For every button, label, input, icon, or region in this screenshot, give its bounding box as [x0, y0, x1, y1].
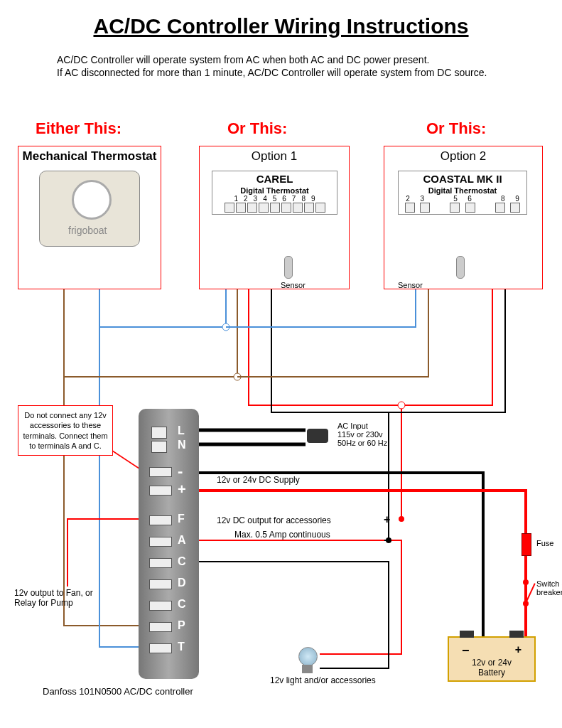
- ac-input-label: AC Input 115v or 230v 50Hz or 60 Hz: [337, 422, 387, 447]
- carel-sub: Digital Thermostat: [212, 186, 337, 195]
- option1-title: Option 1: [200, 146, 349, 166]
- coastal-sensor: [456, 256, 465, 279]
- minus-sign: −: [384, 533, 391, 548]
- danfoss-controller: L N - + F A C D C P T: [139, 409, 199, 679]
- ac-plug-icon: [307, 429, 328, 443]
- thermostat-dial: [72, 180, 112, 220]
- fuse-icon: [522, 533, 531, 556]
- dc-out-label2: Max. 0.5 Amp continuous: [234, 530, 330, 540]
- thermostat-device: frigoboat: [39, 171, 140, 247]
- heading-or2: Or This:: [426, 119, 486, 138]
- heading-or1: Or This:: [227, 119, 287, 138]
- coastal-terminals: [399, 203, 526, 213]
- wiring-lines: [0, 0, 562, 728]
- svg-point-2: [398, 402, 405, 409]
- warning-note: Do not connect any 12v accessories to th…: [18, 405, 113, 456]
- carel-brand: CAREL: [212, 171, 337, 186]
- dc-supply-label: 12v or 24v DC Supply: [217, 475, 300, 485]
- option1-box: Option 1: [199, 146, 350, 289]
- page-title: AC/DC Controller Wiring Instructions: [0, 14, 562, 38]
- svg-point-3: [399, 516, 404, 522]
- carel-device: CAREL Digital Thermostat 123456789: [212, 171, 337, 215]
- controller-caption: Danfoss 101N0500 AC/DC controller: [43, 686, 193, 697]
- frigoboat-label: frigoboat: [68, 225, 107, 236]
- fan-label: 12v output to Fan, or Relay for Pump: [14, 588, 107, 608]
- carel-term-nums: 123456789: [212, 195, 337, 203]
- bulb-base: [302, 665, 313, 673]
- coastal-term-nums: 235689: [399, 195, 526, 203]
- heading-either: Either This:: [36, 119, 121, 138]
- option2-title: Option 2: [384, 146, 542, 166]
- switch-bottom: [523, 601, 529, 606]
- switch-label: Switch or breaker: [536, 579, 562, 596]
- carel-terminals: [212, 203, 337, 213]
- dc-out-label1: 12v DC output for accessories: [217, 515, 331, 525]
- plus-sign: +: [384, 513, 390, 526]
- coastal-device: COASTAL MK II Digital Thermostat 235689: [398, 171, 527, 215]
- coastal-sensor-label: Sensor: [398, 281, 423, 289]
- switch-top: [523, 579, 529, 585]
- light-bulb-icon: [298, 647, 318, 666]
- carel-sensor-label: Sensor: [281, 281, 306, 289]
- mechanical-title: Mechanical Thermostat: [18, 146, 161, 166]
- coastal-sub: Digital Thermostat: [399, 186, 526, 195]
- coastal-brand: COASTAL MK II: [399, 171, 526, 186]
- battery-icon: − + 12v or 24v Battery: [448, 636, 536, 682]
- carel-sensor: [284, 256, 293, 279]
- intro-text: AC/DC Controller will operate system fro…: [57, 53, 487, 79]
- fuse-label: Fuse: [536, 539, 553, 547]
- light-label: 12v light and/or accessories: [270, 675, 376, 685]
